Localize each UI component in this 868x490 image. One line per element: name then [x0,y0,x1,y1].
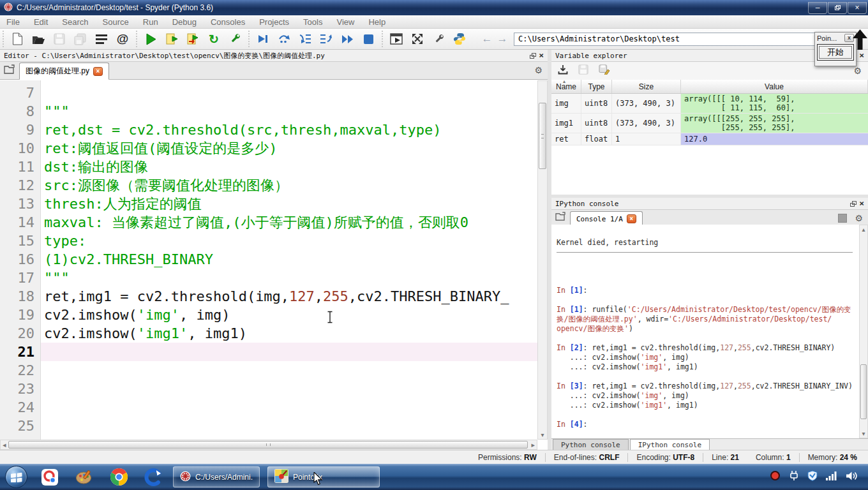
working-directory-input[interactable] [514,33,825,46]
menu-projects[interactable]: Projects [259,17,289,27]
menu-file[interactable]: File [6,17,20,27]
run-settings-icon[interactable] [227,31,243,47]
capture-app-icon[interactable] [38,465,62,489]
column-header-name[interactable]: ▴Name [551,80,581,93]
minimize-button[interactable]: – [808,2,827,14]
tab-python-console[interactable]: Python console [553,439,629,450]
browser-c-icon[interactable] [141,465,165,489]
menu-edit[interactable]: Edit [34,17,48,27]
menu-search[interactable]: Search [62,17,88,27]
console-vertical-scrollbar[interactable]: ▴ ▾ [859,225,868,438]
nav-forward-icon[interactable]: → [495,31,510,47]
open-file-icon[interactable] [31,31,46,47]
stop-debug-icon[interactable] [361,31,376,47]
editor-line[interactable]: 9ret,dst = cv2.threshold(src,thresh,maxv… [0,121,537,139]
editor-line[interactable]: 21 [0,343,537,361]
scrollbar-thumb[interactable] [860,364,867,419]
save-all-icon[interactable] [73,31,88,47]
scroll-left-icon[interactable]: ◂ [3,441,6,449]
menu-run[interactable]: Run [143,17,158,27]
paint-app-icon[interactable] [72,465,96,489]
editor-line[interactable]: 25 [0,417,537,435]
restore-button[interactable] [828,2,847,14]
column-header-size[interactable]: Size [612,80,681,93]
editor-line[interactable]: 14maxval: 当像素超过了阈值,(小于等于阈值)所赋予的值，否则取0 [0,213,537,232]
column-header-value[interactable]: Value [681,80,868,93]
editor-line[interactable]: 13thresh:人为指定的阈值 [0,195,537,213]
tools-icon[interactable] [431,31,446,47]
scroll-down-icon[interactable]: ▾ [860,430,867,437]
editor-line[interactable]: 16(1)cv2.THRESH_BINARY [0,250,537,269]
undock-pane-icon[interactable] [530,53,536,59]
python-logo-icon[interactable] [452,31,467,47]
step-return-icon[interactable] [318,31,334,47]
tab-close-icon[interactable]: × [627,214,636,223]
nav-back-icon[interactable]: ← [479,31,495,47]
fullscreen-icon[interactable] [410,31,425,47]
editor-line[interactable]: 19cv2.imshow('img', img) [0,306,537,324]
browse-tabs-icon[interactable] [555,212,565,223]
editor-file-tab[interactable]: 图像的阈值处理.py × [19,63,109,80]
editor-line[interactable]: 23 [0,380,537,398]
editor-line[interactable]: 20cv2.imshow('img1', img1) [0,324,537,343]
editor-line[interactable]: 7 [0,84,537,102]
taskbar-button-spyder[interactable]: C:/Users/Admini... [173,466,260,487]
shield-tray-icon[interactable] [807,470,818,484]
start-button[interactable] [5,466,27,488]
new-file-icon[interactable] [10,31,25,47]
editor-line[interactable]: 24 [0,398,537,417]
rerun-cell-icon[interactable]: ↻ [206,31,221,47]
record-tray-icon[interactable] [770,470,781,484]
column-header-type[interactable]: Type [581,80,612,93]
menu-debug[interactable]: Debug [172,17,197,27]
undock-pane-icon[interactable] [850,201,857,207]
scrollbar-thumb[interactable] [539,103,546,169]
menu-view[interactable]: View [336,17,354,27]
editor-vertical-scrollbar[interactable]: ▾ [537,80,548,440]
tab-close-icon[interactable]: × [93,67,103,76]
plug-tray-icon[interactable] [789,470,799,484]
step-into-icon[interactable] [297,31,313,47]
editor-options-icon[interactable]: ⚙ [534,65,542,75]
debug-file-icon[interactable] [255,31,271,47]
file-switcher-icon[interactable] [94,31,109,47]
editor-line[interactable]: 18ret,img1 = cv2.threshold(img,127,255,c… [0,287,537,306]
save-icon[interactable] [52,31,67,47]
close-pane-icon[interactable]: × [859,200,864,207]
interrupt-kernel-icon[interactable] [838,214,847,223]
console-output[interactable]: Kernel died, restartingIn [1]:In [1]: ru… [551,225,859,438]
signal-tray-icon[interactable] [826,471,837,483]
scroll-right-icon[interactable]: ▸ [531,441,535,449]
editor-line[interactable]: 15type: [0,232,537,250]
menu-consoles[interactable]: Consoles [211,17,245,27]
step-over-icon[interactable] [276,31,292,47]
save-data-as-icon[interactable] [599,64,610,77]
scroll-up-icon[interactable]: ▴ [860,226,867,233]
scrollbar-thumb[interactable] [8,441,528,449]
console-options-icon[interactable]: ⚙ [855,213,863,223]
browse-tabs-icon[interactable] [4,64,15,77]
symbol-finder-icon[interactable]: @ [115,31,130,47]
save-data-icon[interactable] [578,64,588,77]
menu-source[interactable]: Source [103,17,129,27]
code-area[interactable]: 78"""9ret,dst = cv2.threshold(src,thresh… [0,80,537,440]
run-cell-advance-icon[interactable] [185,31,200,47]
editor-line[interactable]: 12src:源图像（需要阈值化处理的图像） [0,176,537,195]
variable-row[interactable]: img1uint8(373, 490, 3)array([[[255, 255,… [551,114,868,133]
chrome-icon[interactable] [107,465,131,489]
pointofix-start-button[interactable]: 开始 [817,44,854,61]
volume-tray-icon[interactable] [846,471,858,484]
menu-tools[interactable]: Tools [303,17,322,27]
variable-explorer-options-icon[interactable]: ⚙ [853,66,862,76]
editor-line[interactable]: 17""" [0,269,537,287]
close-button[interactable]: × [848,2,867,14]
continue-icon[interactable] [340,31,355,47]
menu-help[interactable]: Help [368,17,385,27]
maximize-pane-icon[interactable] [389,31,404,47]
taskbar-button-pointofix[interactable]: Pointofix [267,466,380,487]
variable-row[interactable]: imguint8(373, 490, 3)array([[[ 10, 114, … [551,94,868,114]
editor-line[interactable]: 22 [0,361,537,380]
scroll-down-icon[interactable]: ▾ [538,431,547,438]
run-file-icon[interactable] [143,31,158,47]
pointofix-titlebar[interactable]: Poin... x [815,33,856,43]
